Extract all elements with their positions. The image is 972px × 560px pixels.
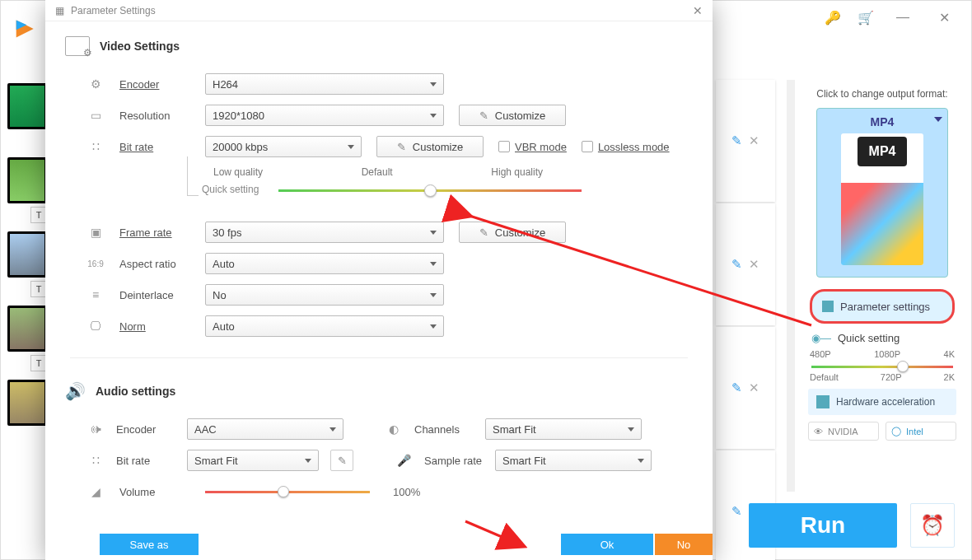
quick-setting-slider[interactable]: 480P1080P4K Default720P2K bbox=[810, 349, 955, 382]
framerate-label[interactable]: Frame rate bbox=[119, 226, 190, 239]
volume-value: 100% bbox=[393, 486, 420, 498]
intel-option[interactable]: ◯Intel bbox=[886, 422, 956, 441]
edit-icon[interactable]: ✎ bbox=[731, 380, 742, 395]
encoder-select[interactable]: H264 bbox=[205, 73, 444, 95]
deinterlace-icon: ≡ bbox=[86, 287, 105, 302]
norm-icon: 🖵 bbox=[86, 319, 105, 334]
clip-thumb[interactable] bbox=[7, 380, 49, 446]
chevron-down-icon bbox=[934, 117, 942, 122]
edit-icon[interactable]: ✎ bbox=[731, 257, 742, 272]
pencil-icon: ✎ bbox=[479, 226, 488, 239]
scrollbar[interactable] bbox=[787, 80, 795, 492]
sliders-icon: ◉— bbox=[811, 332, 831, 344]
output-format-selector[interactable]: MP4 MP4 bbox=[816, 108, 948, 278]
encoder-icon: ⚙ bbox=[86, 77, 105, 91]
dialog-icon: ▦ bbox=[55, 0, 64, 21]
clip-thumb[interactable]: T bbox=[7, 231, 49, 297]
samplerate-icon: 🎤 bbox=[395, 453, 413, 468]
chevron-down-icon bbox=[628, 427, 634, 432]
nvidia-option[interactable]: 👁NVIDIA bbox=[808, 422, 879, 441]
remove-icon[interactable]: ✕ bbox=[749, 133, 759, 148]
channels-select[interactable]: Smart Fit bbox=[485, 418, 642, 440]
slider-thumb[interactable] bbox=[278, 486, 289, 497]
chevron-down-icon bbox=[430, 262, 437, 266]
resolution-customize-button[interactable]: ✎Customize bbox=[459, 105, 566, 126]
aspect-select[interactable]: Auto bbox=[205, 253, 444, 274]
clip-thumb[interactable]: T bbox=[7, 306, 49, 371]
audio-bitrate-label: Bit rate bbox=[116, 455, 175, 467]
parameter-settings-button[interactable]: Parameter settings bbox=[810, 289, 955, 324]
deinterlace-select[interactable]: No bbox=[205, 284, 444, 306]
video-form: ⚙ Encoder H264 ▭ Resolution 1920*1080 ✎C… bbox=[45, 72, 713, 338]
video-settings-icon bbox=[65, 36, 90, 56]
lossless-checkbox[interactable]: Lossless mode bbox=[582, 141, 670, 153]
edit-icon[interactable]: ✎ bbox=[731, 133, 742, 148]
chevron-down-icon bbox=[305, 459, 311, 463]
format-label: MP4 bbox=[824, 115, 941, 128]
audio-encoder-select[interactable]: AAC bbox=[187, 418, 343, 440]
hwa-label: Hardware acceleration bbox=[836, 396, 935, 408]
chevron-down-icon bbox=[430, 293, 437, 297]
dialog-close-button[interactable]: ✕ bbox=[693, 0, 703, 21]
norm-label[interactable]: Norm bbox=[119, 320, 190, 333]
item-card: ✎✕ bbox=[716, 203, 775, 325]
framerate-select[interactable]: 30 fps bbox=[205, 222, 444, 243]
main-titlebar: 🔑 🛒 — ✕ bbox=[724, 1, 971, 34]
dialog-footer: Save as Ok No bbox=[45, 534, 713, 560]
resolution-select[interactable]: 1920*1080 bbox=[205, 105, 444, 126]
thumb-badge: T bbox=[30, 207, 47, 223]
video-section-title: Video Settings bbox=[100, 40, 180, 53]
remove-icon[interactable]: ✕ bbox=[749, 380, 759, 395]
bitrate-select[interactable]: 20000 kbps bbox=[205, 136, 362, 157]
edit-icon[interactable]: ✎ bbox=[731, 504, 742, 519]
norm-select[interactable]: Auto bbox=[205, 315, 444, 337]
close-button[interactable]: ✕ bbox=[932, 5, 956, 30]
aspect-label: Aspect ratio bbox=[119, 258, 190, 270]
output-panel: Click to change output format: MP4 MP4 P… bbox=[800, 80, 965, 492]
bitrate-label[interactable]: Bit rate bbox=[119, 141, 190, 153]
resolution-icon: ▭ bbox=[86, 108, 105, 123]
clip-thumb[interactable] bbox=[7, 83, 49, 149]
encoder-label[interactable]: Encoder bbox=[119, 78, 190, 91]
chevron-down-icon bbox=[430, 114, 437, 118]
sliders-icon bbox=[822, 301, 834, 312]
volume-icon: ◢ bbox=[86, 484, 105, 499]
bitrate-customize-button[interactable]: ✎Customize bbox=[376, 136, 484, 157]
slider-thumb[interactable] bbox=[424, 184, 437, 197]
audio-bitrate-select[interactable]: Smart Fit bbox=[187, 450, 319, 471]
minimize-button[interactable]: — bbox=[890, 5, 915, 30]
cart-icon[interactable]: 🛒 bbox=[858, 10, 874, 26]
item-card: ✎✕ bbox=[716, 80, 775, 202]
slider-thumb[interactable] bbox=[897, 361, 909, 372]
quality-slider[interactable] bbox=[278, 181, 582, 201]
clip-thumb[interactable]: T bbox=[7, 157, 49, 223]
chevron-down-icon bbox=[329, 427, 336, 432]
vbr-checkbox[interactable]: VBR mode bbox=[498, 141, 567, 153]
intel-icon: ◯ bbox=[891, 426, 901, 436]
volume-slider[interactable] bbox=[205, 483, 370, 500]
schedule-button[interactable]: ⏰ bbox=[910, 503, 955, 548]
hardware-accel-toggle[interactable]: Hardware acceleration bbox=[808, 389, 956, 415]
parameter-settings-dialog: ▦ Parameter Settings ✕ Video Settings ⚙ … bbox=[45, 0, 713, 560]
chevron-down-icon bbox=[430, 231, 437, 235]
run-button[interactable]: Run bbox=[749, 503, 897, 548]
thumb-badge: T bbox=[30, 281, 47, 297]
pencil-icon: ✎ bbox=[479, 110, 488, 122]
audio-encoder-icon: 🕪 bbox=[86, 422, 105, 436]
key-icon[interactable]: 🔑 bbox=[825, 10, 841, 26]
audio-bitrate-icon: ∷ bbox=[86, 453, 105, 468]
samplerate-select[interactable]: Smart Fit bbox=[495, 450, 652, 471]
audio-bitrate-edit-button[interactable]: ✎ bbox=[330, 450, 353, 471]
audio-section-title: Audio settings bbox=[96, 385, 175, 398]
channels-label: Channels bbox=[414, 423, 474, 436]
resolution-label: Resolution bbox=[119, 110, 190, 122]
framerate-customize-button[interactable]: ✎Customize bbox=[459, 222, 566, 243]
dialog-title: Parameter Settings bbox=[71, 0, 156, 21]
audio-settings-icon: 🔊 bbox=[65, 381, 86, 401]
quick-setting-header: ◉— Quick setting bbox=[811, 332, 953, 344]
save-as-button[interactable]: Save as bbox=[100, 534, 199, 555]
remove-icon[interactable]: ✕ bbox=[749, 257, 759, 272]
no-button[interactable]: No bbox=[655, 534, 713, 555]
ok-button[interactable]: Ok bbox=[561, 534, 653, 555]
parameter-settings-label: Parameter settings bbox=[840, 301, 930, 313]
